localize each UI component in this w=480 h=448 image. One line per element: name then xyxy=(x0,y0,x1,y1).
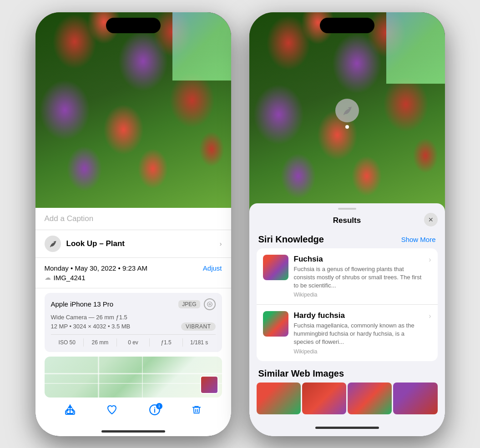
fuchsia-thumbnail xyxy=(263,255,288,280)
similar-title: Similar Web Images xyxy=(258,368,344,378)
knowledge-item-hardy[interactable]: Hardy fuchsia Fuchsia magellanica, commo… xyxy=(257,304,438,361)
vs-circle xyxy=(335,99,359,122)
results-title: Results xyxy=(333,216,361,225)
svg-point-1 xyxy=(209,303,211,305)
leaf-icon xyxy=(49,240,57,248)
share-button[interactable] xyxy=(65,404,76,415)
photo-date: Monday • May 30, 2022 • 9:23 AM xyxy=(45,264,147,272)
exif-row: ISO 50 26 mm 0 ev ƒ1.5 1/181 s xyxy=(51,334,216,347)
siri-knowledge-header: Siri Knowledge Show More xyxy=(249,230,445,248)
left-phone: Add a Caption Look Up – Plant › Monday •… xyxy=(35,12,231,436)
sky-right xyxy=(386,12,445,84)
exif-ev: 0 ev xyxy=(117,338,150,347)
cloud-icon: ☁ xyxy=(45,274,51,281)
exif-focal: 26 mm xyxy=(84,338,117,347)
dynamic-island-left xyxy=(106,18,161,33)
visual-search-indicator[interactable] xyxy=(335,99,359,129)
map-road-h1 xyxy=(45,373,222,374)
knowledge-item-fuchsia[interactable]: Fuchsia Fuchsia is a genus of flowering … xyxy=(257,248,438,305)
left-content-area: Add a Caption Look Up – Plant › Monday •… xyxy=(35,208,231,400)
hardy-name: Hardy fuchsia xyxy=(294,311,424,320)
jpeg-badge: JPEG xyxy=(178,300,200,308)
hardy-thumbnail xyxy=(263,311,288,337)
right-phone-screen: Results ✕ Siri Knowledge Show More Fuchs… xyxy=(249,12,445,436)
camera-name: Apple iPhone 13 Pro xyxy=(51,300,114,308)
heart-icon xyxy=(106,404,117,415)
right-phone: Results ✕ Siri Knowledge Show More Fuchs… xyxy=(249,12,445,436)
hardy-chevron-icon: › xyxy=(429,312,431,320)
caption-area[interactable]: Add a Caption xyxy=(35,208,231,230)
map-road-v1 xyxy=(98,357,99,398)
caption-placeholder: Add a Caption xyxy=(45,214,94,223)
trash-icon xyxy=(192,404,202,415)
mp-row: 12 MP • 3024 × 4032 • 3.5 MB VIBRANT xyxy=(51,322,216,331)
map-photo-thumb xyxy=(200,376,218,394)
sky-background xyxy=(172,12,231,81)
knowledge-card: Fuchsia Fuchsia is a genus of flowering … xyxy=(257,248,438,361)
map-section[interactable] xyxy=(45,357,222,398)
share-icon xyxy=(65,404,76,415)
photo-area-right[interactable] xyxy=(249,12,445,217)
fuchsia-source: Wikipedia xyxy=(294,292,424,298)
lens-info: Wide Camera — 26 mm ƒ1.5 xyxy=(51,314,216,321)
camera-header: Apple iPhone 13 Pro JPEG xyxy=(51,298,216,310)
fuchsia-description: Fuchsia is a genus of flowering plants t… xyxy=(294,265,424,290)
siri-knowledge-title: Siri Knowledge xyxy=(258,234,324,245)
date-row: Monday • May 30, 2022 • 9:23 AM Adjust xyxy=(45,264,222,272)
left-phone-screen: Add a Caption Look Up – Plant › Monday •… xyxy=(35,12,231,436)
leaf-vs-icon xyxy=(342,105,353,116)
similar-img-3[interactable] xyxy=(348,383,392,414)
fuchsia-name: Fuchsia xyxy=(294,255,424,264)
aperture-icon xyxy=(207,301,213,307)
metadata-section: Monday • May 30, 2022 • 9:23 AM Adjust ☁… xyxy=(35,258,231,288)
home-bar-right xyxy=(315,427,379,429)
map-road-v2 xyxy=(142,357,143,398)
hardy-description: Fuchsia magellanica, commonly known as t… xyxy=(294,322,424,347)
results-header: Results ✕ xyxy=(249,210,445,230)
hardy-content: Hardy fuchsia Fuchsia magellanica, commo… xyxy=(294,311,424,355)
filename: IMG_4241 xyxy=(54,274,86,282)
home-bar-left xyxy=(101,430,165,433)
mp-info: 12 MP • 3024 × 4032 • 3.5 MB xyxy=(51,323,131,330)
close-button[interactable]: ✕ xyxy=(424,213,438,227)
exif-aperture: ƒ1.5 xyxy=(150,338,183,347)
vibrant-badge: VIBRANT xyxy=(181,322,216,331)
map-roads xyxy=(45,357,222,398)
lookup-chevron-icon: › xyxy=(220,240,222,247)
hardy-source: Wikipedia xyxy=(294,348,424,355)
photo-area-left[interactable] xyxy=(35,12,231,208)
info-button[interactable]: i xyxy=(149,404,161,416)
like-button[interactable] xyxy=(106,404,117,415)
fuchsia-content: Fuchsia Fuchsia is a genus of flowering … xyxy=(294,255,424,298)
results-panel: Results ✕ Siri Knowledge Show More Fuchs… xyxy=(249,203,445,436)
close-icon: ✕ xyxy=(428,216,434,223)
lookup-row[interactable]: Look Up – Plant › xyxy=(35,230,231,258)
show-more-button[interactable]: Show More xyxy=(401,236,436,243)
similar-header: Similar Web Images xyxy=(249,361,445,383)
lookup-icon-circle xyxy=(45,236,61,252)
similar-img-4[interactable] xyxy=(393,383,437,414)
vs-dot xyxy=(345,125,349,129)
camera-badges: JPEG xyxy=(178,298,215,310)
similar-images-row xyxy=(257,383,438,414)
info-badge: i xyxy=(156,403,162,409)
similar-img-1[interactable] xyxy=(257,383,301,414)
svg-point-0 xyxy=(207,302,212,307)
dynamic-island-right xyxy=(320,18,374,33)
map-road-h2 xyxy=(45,383,222,384)
exif-shutter: 1/181 s xyxy=(183,338,216,347)
camera-settings-icon[interactable] xyxy=(204,298,216,310)
filename-row: ☁ IMG_4241 xyxy=(45,274,222,282)
fuchsia-chevron-icon: › xyxy=(429,256,431,264)
delete-button[interactable] xyxy=(192,404,202,415)
exif-iso: ISO 50 xyxy=(51,338,84,347)
adjust-button[interactable]: Adjust xyxy=(203,264,222,272)
similar-img-2[interactable] xyxy=(302,383,346,414)
svg-point-5 xyxy=(154,408,155,408)
lookup-label: Look Up – Plant xyxy=(66,239,125,248)
camera-section: Apple iPhone 13 Pro JPEG Wide Camera — 2… xyxy=(45,293,222,352)
